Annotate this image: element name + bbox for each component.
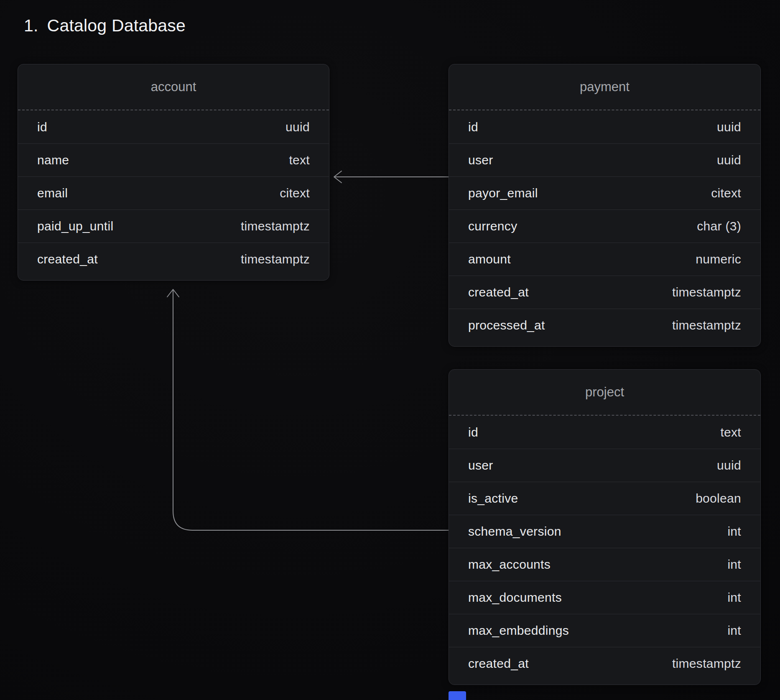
field-name: created_at [37, 252, 98, 266]
arrowhead-left-icon [334, 171, 342, 183]
field-name: max_accounts [468, 557, 551, 572]
field-name: currency [468, 219, 517, 233]
field-type: timestamptz [672, 657, 741, 671]
field-type: text [289, 153, 310, 167]
table-rows: id uuid user uuid payor_email citext cur… [449, 110, 760, 346]
field-name: paid_up_until [37, 219, 113, 233]
field-type: timestamptz [241, 219, 310, 233]
field-name: created_at [468, 657, 529, 671]
field-type: text [720, 425, 741, 439]
table-row: id text [449, 416, 760, 449]
table-row: paid_up_until timestamptz [18, 209, 329, 243]
field-type: boolean [696, 491, 741, 506]
table-row: max_accounts int [449, 548, 760, 581]
table-row: created_at timestamptz [449, 276, 760, 309]
table-row: is_active boolean [449, 482, 760, 515]
field-name: id [468, 425, 478, 439]
table-row: max_embeddings int [449, 614, 760, 647]
field-type: int [727, 524, 741, 539]
table-row: processed_at timestamptz [449, 309, 760, 342]
field-type: citext [711, 186, 741, 200]
field-type: char (3) [697, 219, 741, 233]
page-title-number: 1. [24, 16, 38, 36]
table-row: name text [18, 143, 329, 176]
field-name: id [37, 120, 47, 134]
field-name: user [468, 153, 493, 167]
table-header: account [18, 64, 329, 110]
table-card-payment[interactable]: payment id uuid user uuid payor_email ci… [449, 64, 761, 347]
relation-project-account [167, 289, 449, 530]
field-name: schema_version [468, 524, 561, 539]
field-type: int [727, 623, 741, 638]
table-row: created_at timestamptz [449, 647, 760, 680]
field-name: id [468, 120, 478, 134]
field-type: timestamptz [672, 285, 741, 299]
field-name: email [37, 186, 68, 200]
table-row: id uuid [449, 110, 760, 143]
field-name: amount [468, 252, 511, 266]
field-type: uuid [285, 120, 310, 134]
table-row: created_at timestamptz [18, 243, 329, 276]
field-name: user [468, 458, 493, 473]
field-type: timestamptz [672, 318, 741, 332]
table-name: payment [580, 79, 630, 95]
field-type: uuid [717, 458, 741, 473]
field-type: citext [280, 186, 310, 200]
field-name: created_at [468, 285, 529, 299]
field-name: is_active [468, 491, 518, 506]
field-type: int [727, 590, 741, 605]
field-name: payor_email [468, 186, 538, 200]
field-type: uuid [717, 153, 741, 167]
field-type: numeric [696, 252, 741, 266]
table-rows: id text user uuid is_active boolean sche… [449, 416, 760, 685]
arrowhead-up-icon [167, 289, 179, 297]
field-name: processed_at [468, 318, 545, 332]
table-row: max_documents int [449, 581, 760, 614]
table-row: user uuid [449, 143, 760, 176]
table-rows: id uuid name text email citext paid_up_u… [18, 110, 329, 280]
table-row: payor_email citext [449, 176, 760, 209]
table-name: project [585, 385, 624, 400]
field-type: uuid [717, 120, 741, 134]
table-row: currency char (3) [449, 209, 760, 243]
field-type: timestamptz [241, 252, 310, 266]
canvas-scroll-indicator[interactable] [449, 691, 466, 700]
field-name: name [37, 153, 69, 167]
page-title-text: Catalog Database [47, 16, 186, 36]
table-name: account [151, 79, 196, 95]
table-row: id uuid [18, 110, 329, 143]
field-name: max_embeddings [468, 623, 569, 638]
relation-payment-account [334, 171, 449, 183]
table-header: project [449, 370, 760, 416]
table-row: schema_version int [449, 515, 760, 548]
erd-canvas: 1. Catalog Database account id uuid name… [0, 0, 780, 700]
table-card-project[interactable]: project id text user uuid is_active bool… [449, 369, 761, 685]
page-title: 1. Catalog Database [24, 16, 186, 36]
table-header: payment [449, 64, 760, 110]
table-row: user uuid [449, 449, 760, 482]
table-row: amount numeric [449, 243, 760, 276]
field-name: max_documents [468, 590, 562, 605]
table-card-account[interactable]: account id uuid name text email citext p… [18, 64, 329, 281]
table-row: email citext [18, 176, 329, 209]
field-type: int [727, 557, 741, 572]
